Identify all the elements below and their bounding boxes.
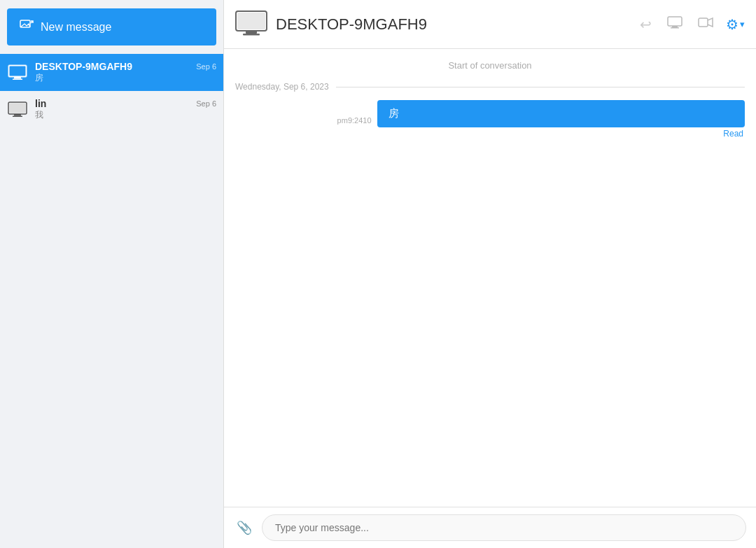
message-input[interactable] (262, 514, 746, 541)
settings-chevron-icon: ▾ (740, 19, 745, 29)
new-message-label: New message (41, 21, 111, 34)
conv-preview-desktop: 房 (35, 72, 189, 84)
message-row: pm9:2410 房 Read (224, 97, 756, 141)
conv-preview-lin: 我 (35, 109, 189, 121)
conversation-item-lin[interactable]: lin 我 Sep 6 (0, 91, 223, 128)
svg-rect-14 (243, 34, 260, 36)
chat-messages: Start of conversation Wednesday, Sep 6, … (224, 49, 756, 507)
date-divider: Wednesday, Sep 6, 2023 (224, 76, 756, 97)
reply-icon: ↩ (640, 16, 652, 33)
video-icon (698, 17, 713, 31)
svg-rect-8 (10, 103, 26, 113)
svg-rect-5 (14, 77, 21, 79)
screen-share-button[interactable] (664, 13, 685, 35)
svg-rect-9 (14, 114, 21, 116)
gear-icon: ⚙ (726, 16, 738, 33)
svg-rect-10 (13, 115, 22, 117)
settings-button[interactable]: ⚙ ▾ (726, 16, 745, 33)
conversation-item-desktop[interactable]: DESKTOP-9MGAFH9 房 Sep 6 (0, 54, 223, 91)
conv-info-desktop: DESKTOP-9MGAFH9 房 (35, 61, 189, 84)
message-bubble: 房 (377, 100, 745, 127)
avatar-desktop (7, 62, 28, 83)
date-divider-label: Wednesday, Sep 6, 2023 (235, 82, 329, 92)
conv-info-lin: lin 我 (35, 98, 189, 121)
attachment-icon: 📎 (237, 520, 252, 535)
avatar-lin (7, 99, 28, 120)
svg-rect-13 (246, 31, 257, 34)
new-message-icon (20, 18, 34, 36)
chat-main: DESKTOP-9MGAFH9 ↩ (224, 0, 756, 548)
date-divider-line (336, 87, 745, 87)
message-read-status: Read (723, 129, 745, 139)
chat-input-area: 📎 (224, 507, 756, 548)
new-message-button[interactable]: New message (7, 8, 216, 45)
svg-rect-18 (699, 18, 708, 27)
conv-time-lin: Sep 6 (196, 99, 216, 108)
start-of-conversation: Start of conversation (224, 49, 756, 76)
svg-rect-4 (10, 66, 26, 76)
chat-header-title: DESKTOP-9MGAFH9 (276, 15, 629, 34)
reply-button[interactable]: ↩ (637, 13, 654, 36)
sidebar: New message DESKTOP-9MGAFH9 房 Sep 6 (0, 0, 224, 548)
conversation-list: DESKTOP-9MGAFH9 房 Sep 6 lin 我 Sep 6 (0, 54, 223, 548)
svg-rect-12 (237, 13, 265, 29)
svg-rect-6 (13, 78, 22, 80)
attachment-button[interactable]: 📎 (234, 517, 255, 538)
svg-rect-16 (672, 26, 678, 27)
conv-time-desktop: Sep 6 (196, 62, 216, 71)
chat-header-avatar (235, 8, 267, 41)
message-time: pm9:2410 (337, 116, 372, 125)
conv-name-desktop: DESKTOP-9MGAFH9 (35, 61, 189, 72)
message-wrapper: pm9:2410 房 (337, 100, 745, 127)
video-call-button[interactable] (695, 14, 716, 34)
conv-name-lin: lin (35, 98, 189, 109)
header-actions: ↩ (637, 13, 745, 36)
chat-header: DESKTOP-9MGAFH9 ↩ (224, 0, 756, 49)
svg-rect-15 (668, 17, 682, 26)
screen-share-icon (667, 16, 682, 32)
svg-rect-17 (671, 27, 679, 29)
